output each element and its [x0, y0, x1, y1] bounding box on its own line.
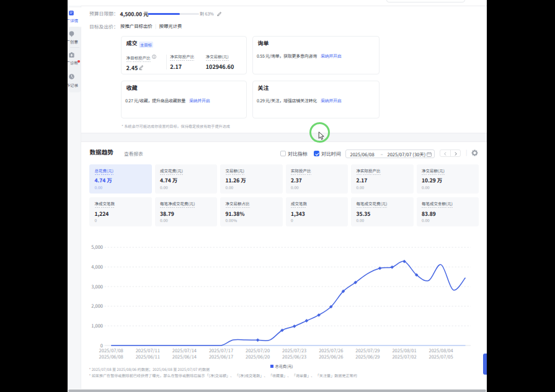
goal-metric-value: 102946.60 — [206, 64, 234, 71]
horizontal-scrollbar[interactable] — [68, 389, 487, 392]
svg-text:3,000: 3,000 — [91, 283, 103, 290]
clock-icon — [69, 74, 74, 79]
budget-progress-fill — [148, 13, 180, 16]
metric-label: 每笔净成交花费(元) — [160, 202, 195, 208]
metric-value: 4.74 万 — [160, 177, 177, 183]
mouse-cursor — [318, 131, 324, 141]
metric-value: 2.37 — [291, 177, 302, 183]
next-period-button[interactable] — [454, 152, 458, 156]
metric-compare-value: 0.00 — [160, 185, 168, 190]
prev-period-button[interactable] — [443, 152, 447, 156]
budget-label: 预算日限额： — [89, 11, 118, 16]
sidebar-item-label: 推广诊断 — [68, 61, 78, 66]
diagnosis-icon — [69, 52, 74, 58]
metric-card[interactable]: 总花费(元)4.74 万0.00 — [89, 164, 152, 194]
goal-desc-text: 0.27 元/收藏，提升商品收藏数量 — [125, 97, 185, 104]
scrollbar-thumb[interactable] — [68, 390, 486, 392]
top-divider — [68, 6, 487, 6]
metric-compare-value: 0.00 — [422, 218, 430, 223]
compare-time-checkbox[interactable] — [314, 151, 319, 156]
adopt-enable-link[interactable]: 采纳并开启 — [321, 97, 342, 104]
metric-card[interactable]: 成交笔数1,3430 — [286, 197, 349, 226]
metric-label: 总花费(元) — [95, 169, 113, 175]
goal-desc-text: 0.55 元/询单，获取更多意向咨询 — [257, 53, 317, 59]
main-goal-badge: 主目标 — [139, 42, 153, 48]
metric-label: 净交易额占比 — [226, 202, 250, 208]
edit-target-roi-icon[interactable] — [139, 65, 144, 70]
bidding-separator: | — [155, 24, 156, 29]
goal-metric-value: 2.17 — [170, 64, 194, 71]
metric-value: 1,343 — [291, 210, 305, 216]
metric-card[interactable]: 成交花费(元)4.74 万0.00 — [155, 164, 218, 194]
goal-metric-label: 净交易额(元) — [206, 55, 229, 61]
bidding-option-exposure[interactable]: 按曝光计费 — [159, 24, 182, 29]
metric-value: 1,224 — [95, 210, 109, 216]
date-range-input[interactable]: 2025/06/08 ~ 2025/07/07 (30天) — [345, 149, 435, 158]
budget-amount-value: 4,500.00 — [120, 10, 143, 17]
floating-side-button[interactable] — [483, 354, 487, 375]
creative-icon — [69, 31, 74, 38]
info-icon[interactable] — [152, 55, 156, 59]
metric-label: 净成交笔数 — [95, 202, 115, 208]
date-start: 2025/06/08 — [350, 151, 375, 157]
top-partial-button[interactable] — [386, 0, 465, 2]
metric-card[interactable]: 交易额(元)11.26 万0.00 — [220, 164, 283, 194]
goal-metric-actual-roi: 净实际投产比 2.17 — [170, 55, 194, 71]
gear-icon[interactable] — [471, 149, 478, 156]
svg-text:2025/06/20: 2025/06/20 — [246, 353, 270, 360]
metric-label: 交易额(元) — [226, 169, 244, 175]
metric-compare-value: 0 — [291, 218, 293, 223]
view-report-link[interactable]: 查看报表 — [124, 151, 143, 156]
metric-value: 10.29 万 — [422, 177, 442, 183]
sidebar-rail: 推广详情 推广创意 推广诊断 — [68, 6, 81, 389]
goal-metric-value-text: 2.45 — [127, 64, 138, 72]
adopt-enable-link[interactable]: 采纳并开启 — [189, 97, 210, 104]
metric-card[interactable]: 每笔成交金额(元)83.890.00 — [417, 197, 479, 226]
goal-card-favorite[interactable]: 收藏 0.27 元/收藏，提升商品收藏数量采纳并开启 — [121, 81, 247, 119]
bidding-option-goal[interactable]: 按推广目标出价 — [120, 24, 153, 29]
edit-budget-icon[interactable] — [217, 12, 222, 17]
metric-value: 35.35 — [357, 210, 371, 216]
metric-compare-value: 0.00 — [160, 218, 168, 223]
date-nav-group — [440, 149, 461, 157]
metric-card[interactable]: 净成交笔数1,2240 — [89, 197, 152, 226]
svg-text:4,000: 4,000 — [91, 263, 103, 270]
sidebar-item-label: 操作记录 — [68, 83, 78, 88]
svg-text:2,000: 2,000 — [91, 302, 103, 309]
metric-value: 38.79 — [160, 210, 174, 216]
goal-card-follow[interactable]: 关注 0.29 元/关注，增强店铺关注转化采纳并开启 — [252, 81, 380, 119]
metric-value: 11.26 万 — [226, 177, 246, 183]
goal-metric-divider — [166, 55, 167, 69]
chart-legend[interactable]: 总花费(元) — [270, 364, 293, 368]
metric-card[interactable]: 净交易额(元)10.29 万0.00 — [417, 164, 479, 194]
ad-detail-window: 推广详情 推广创意 推广诊断 — [68, 0, 487, 392]
goal-card-inquiry[interactable]: 询单 0.55 元/询单，获取更多意向咨询采纳并开启 — [252, 36, 380, 74]
goal-card-deal[interactable]: 成交 主目标 净目标投产比 2.45 净实际投产比 2.17 净交易额(元) 1… — [121, 36, 247, 74]
svg-text:2025/07/05: 2025/07/05 — [429, 353, 453, 360]
footnote-data-range: * 2025/07/08 至 2025/08/06 的数据；2025/06/08… — [89, 367, 210, 372]
trends-title: 数据趋势 — [90, 149, 113, 156]
goal-card-title: 收藏 — [127, 85, 138, 92]
svg-text:2025/06/14: 2025/06/14 — [172, 353, 197, 360]
compare-metric-checkbox[interactable] — [280, 151, 286, 156]
section-gap — [81, 133, 487, 142]
goal-card-title: 成交 — [127, 40, 138, 47]
adopt-enable-link[interactable]: 采纳并开启 — [321, 53, 342, 59]
compare-metric-label: 对比指标 — [288, 151, 308, 157]
metric-label: 成交笔数 — [291, 202, 307, 208]
metric-compare-value: 0.00 — [226, 185, 234, 190]
metric-card[interactable]: 净实际投产比2.170.00 — [351, 164, 414, 194]
goal-card-desc: 0.27 元/收藏，提升商品收藏数量采纳并开启 — [125, 98, 210, 103]
goal-card-title: 询单 — [258, 40, 269, 47]
metric-card[interactable]: 净交易额占比91.38%0.00% — [220, 197, 283, 226]
metric-card[interactable]: 实际投产比2.370.00 — [286, 164, 349, 194]
metric-compare-value: 0.00 — [357, 185, 365, 190]
metric-compare-value: 0 — [95, 218, 97, 223]
metric-compare-value: 0.00 — [291, 185, 299, 190]
footnote-paused-note: * 如果推广在暂停或删除前已经获得了曝光，那么在暂停或删除后展示「(净)交易额」… — [89, 373, 357, 378]
metric-value: 91.38% — [226, 210, 245, 216]
trend-chart[interactable]: 01,0002,0003,0004,0005,0002025/07/082025… — [81, 236, 487, 363]
metric-card[interactable]: 每笔净成交花费(元)38.790.00 — [155, 197, 218, 226]
metric-card[interactable]: 每笔成交花费(元)35.350.00 — [351, 197, 414, 226]
goal-card-desc: 0.55 元/询单，获取更多意向咨询采纳并开启 — [257, 53, 341, 58]
